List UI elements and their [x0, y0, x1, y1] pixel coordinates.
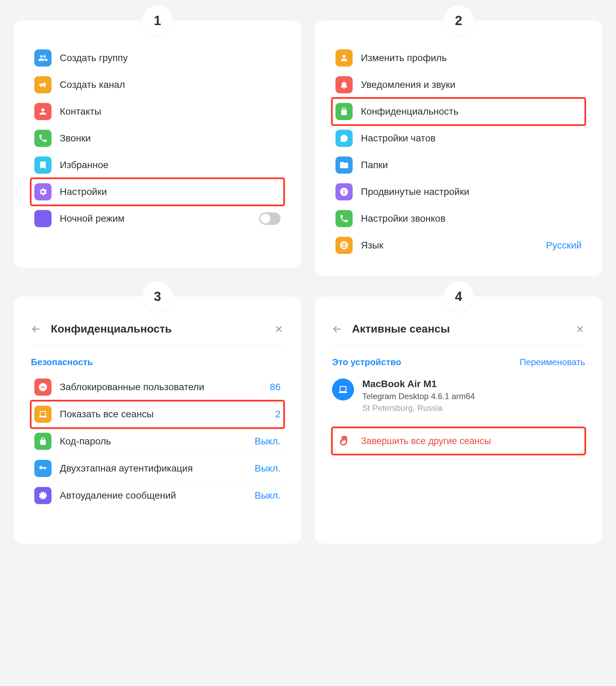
- device-name: MacBook Air M1: [362, 379, 475, 389]
- privacy-label: Заблокированные пользователи: [60, 382, 262, 393]
- privacy-sessions[interactable]: Показать все сеансы 2: [31, 401, 284, 428]
- bookmark-icon: [34, 156, 52, 174]
- step-4: 4 Активные сеансы Это устройство Переиме…: [315, 297, 602, 544]
- settings-chat[interactable]: Настройки чатов: [332, 125, 585, 152]
- phone-icon: [34, 130, 52, 147]
- timer-icon: [34, 487, 52, 504]
- menu-label: Ночной режим: [60, 213, 251, 224]
- person-icon: [34, 103, 52, 120]
- menu-label: Настройки: [60, 186, 281, 197]
- settings-label: Настройки чатов: [361, 133, 582, 144]
- privacy-autodelete[interactable]: Автоудаление сообщений Выкл.: [31, 482, 284, 509]
- laptop-icon: [34, 406, 52, 423]
- settings-calls[interactable]: Настройки звонков: [332, 205, 585, 232]
- sessions-header: Активные сеансы: [332, 310, 585, 345]
- settings-label: Язык: [361, 240, 538, 251]
- folder-icon: [335, 156, 353, 174]
- back-button[interactable]: [332, 324, 342, 334]
- privacy-label: Код-пароль: [60, 436, 247, 447]
- settings-label: Конфиденциальность: [361, 106, 582, 117]
- settings-label: Настройки звонков: [361, 213, 582, 224]
- megaphone-icon: [34, 76, 52, 93]
- privacy-value: 86: [270, 382, 281, 393]
- menu-label: Создать группу: [60, 53, 281, 63]
- device-app-version: Telegram Desktop 4.6.1 arm64: [362, 392, 475, 401]
- menu-contacts[interactable]: Контакты: [31, 98, 284, 125]
- menu-create-channel[interactable]: Создать канал: [31, 71, 284, 98]
- settings-privacy[interactable]: Конфиденциальность: [332, 98, 585, 125]
- lock-icon: [335, 103, 353, 120]
- blocked-icon: [34, 379, 52, 396]
- bell-icon: [335, 76, 353, 93]
- close-button[interactable]: [575, 324, 585, 334]
- privacy-passcode[interactable]: Код-пароль Выкл.: [31, 428, 284, 455]
- privacy-title: Конфиденциальность: [51, 323, 264, 335]
- terminate-label: Завершить все другие сеансы: [361, 436, 491, 446]
- step-badge-2: 2: [444, 5, 474, 36]
- phone-icon: [335, 210, 353, 227]
- settings-label: Изменить профиль: [361, 53, 582, 63]
- sessions-section-row: Это устройство Переименовать: [332, 353, 585, 374]
- privacy-card: Конфиденциальность Безопасность Заблокир…: [14, 297, 301, 544]
- main-menu-card: Создать группу Создать канал Контакты: [14, 21, 301, 268]
- step-badge-3: 3: [142, 281, 173, 312]
- hand-stop-icon: [335, 432, 353, 450]
- menu-label: Контакты: [60, 106, 281, 117]
- key-icon: [34, 460, 52, 477]
- sessions-section-label: Это устройство: [332, 357, 401, 368]
- privacy-section-label: Безопасность: [31, 353, 284, 374]
- gear-icon: [34, 183, 52, 200]
- sliders-icon: [335, 183, 353, 200]
- settings-advanced[interactable]: Продвинутые настройки: [332, 178, 585, 205]
- privacy-2fa[interactable]: Двухэтапная аутентификация Выкл.: [31, 455, 284, 482]
- settings-notifications[interactable]: Уведомления и звуки: [332, 71, 585, 98]
- globe-icon: [335, 237, 353, 254]
- privacy-label: Автоудаление сообщений: [60, 490, 247, 501]
- rename-link[interactable]: Переименовать: [520, 357, 585, 368]
- close-button[interactable]: [274, 324, 284, 334]
- menu-night-mode[interactable]: Ночной режим: [31, 205, 284, 232]
- settings-edit-profile[interactable]: Изменить профиль: [332, 45, 585, 71]
- settings-label: Уведомления и звуки: [361, 79, 582, 90]
- settings-card: Изменить профиль Уведомления и звуки Кон…: [315, 21, 602, 276]
- settings-label: Продвинутые настройки: [361, 186, 582, 197]
- menu-create-group[interactable]: Создать группу: [31, 45, 284, 71]
- settings-language-value: Русский: [546, 240, 582, 251]
- menu-calls[interactable]: Звонки: [31, 125, 284, 152]
- privacy-value: 2: [275, 409, 281, 420]
- menu-settings[interactable]: Настройки: [31, 178, 284, 205]
- settings-label: Папки: [361, 160, 582, 171]
- profile-icon: [335, 49, 353, 67]
- privacy-value: Выкл.: [255, 463, 281, 474]
- settings-menu: Изменить профиль Уведомления и звуки Кон…: [332, 45, 585, 259]
- moon-icon: [34, 210, 52, 227]
- privacy-label: Двухэтапная аутентификация: [60, 463, 247, 474]
- step-2: 2 Изменить профиль Уведомления и звуки: [315, 21, 602, 276]
- menu-label: Избранное: [60, 160, 281, 171]
- menu-label: Создать канал: [60, 79, 281, 90]
- settings-language[interactable]: Язык Русский: [332, 232, 585, 259]
- lock-icon: [34, 433, 52, 450]
- terminate-all-sessions[interactable]: Завершить все другие сеансы: [332, 428, 585, 454]
- chat-icon: [335, 130, 353, 147]
- privacy-blocked-users[interactable]: Заблокированные пользователи 86: [31, 374, 284, 401]
- device-location: St Petersburg, Russia: [362, 403, 475, 413]
- privacy-list: Заблокированные пользователи 86 Показать…: [31, 374, 284, 509]
- group-icon: [34, 49, 52, 67]
- sessions-card: Активные сеансы Это устройство Переимено…: [315, 297, 602, 544]
- menu-label: Звонки: [60, 133, 281, 144]
- current-device[interactable]: MacBook Air M1 Telegram Desktop 4.6.1 ar…: [332, 374, 585, 421]
- night-mode-toggle[interactable]: [259, 212, 281, 225]
- step-badge-4: 4: [444, 281, 474, 312]
- device-laptop-icon: [332, 379, 354, 400]
- device-info: MacBook Air M1 Telegram Desktop 4.6.1 ar…: [362, 379, 475, 413]
- privacy-label: Показать все сеансы: [60, 409, 267, 420]
- step-3: 3 Конфиденциальность Безопасность Заблок…: [14, 297, 301, 544]
- privacy-header: Конфиденциальность: [31, 310, 284, 345]
- step-1: 1 Создать группу Создать канал: [14, 21, 301, 276]
- step-badge-1: 1: [142, 5, 173, 36]
- menu-saved[interactable]: Избранное: [31, 152, 284, 178]
- sessions-title: Активные сеансы: [352, 323, 565, 335]
- back-button[interactable]: [31, 324, 41, 334]
- settings-folders[interactable]: Папки: [332, 152, 585, 178]
